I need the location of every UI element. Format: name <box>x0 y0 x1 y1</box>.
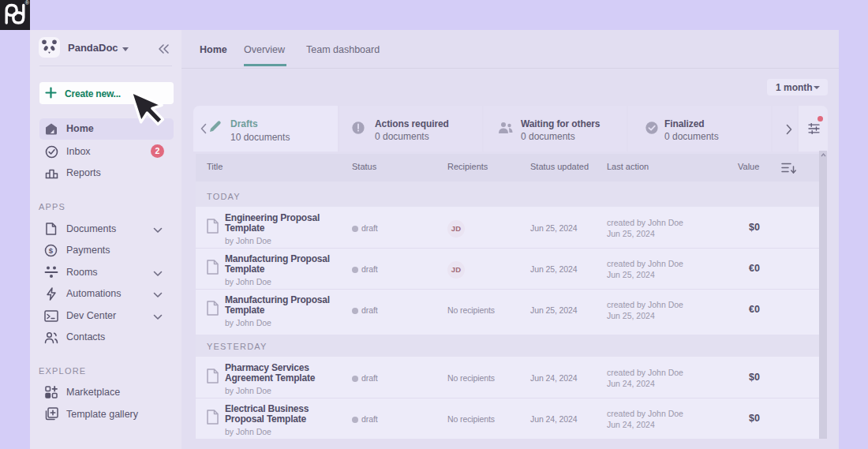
svg-text:$: $ <box>49 246 54 255</box>
